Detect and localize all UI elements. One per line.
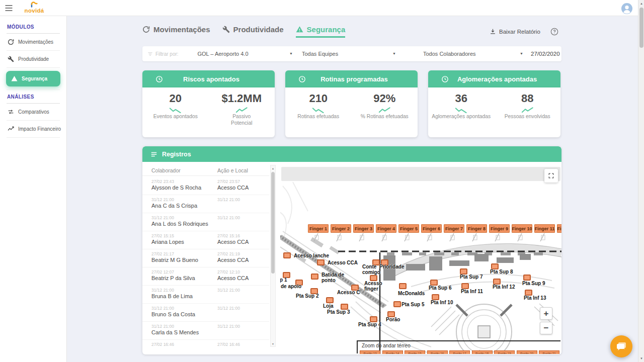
map-marker-label: Conte comigo: [362, 264, 380, 276]
map-marker-label: Pta Sup 4: [358, 322, 381, 328]
map-marker-mcdonalds[interactable]: [399, 283, 407, 289]
site-select-caret-icon[interactable]: ▼: [289, 52, 293, 55]
stat-card-body: 36Aglomerações apontadas88Pessoas envolv…: [428, 87, 560, 137]
map-finger-finger-9[interactable]: Finger 9: [489, 224, 510, 233]
map-marker-label: Pta Inf 11: [461, 289, 483, 295]
map-finger-finger-11[interactable]: Finger 11: [534, 224, 555, 233]
registros-row[interactable]: 27/02 15:15Ariana Lopes27/02 15:16Acesso…: [142, 231, 269, 249]
airport-map[interactable]: Finger 1Finger 2Finger 3Finger 4Finger 5…: [280, 166, 561, 354]
map-marker-acesso-cca[interactable]: [317, 259, 325, 265]
scrollbar-thumb[interactable]: [271, 172, 275, 274]
row-colaborador: Beatriz M G Bueno: [151, 257, 198, 263]
logo-text: novidá: [25, 8, 44, 15]
registros-row[interactable]: 27/02 16:4627/02 16:46: [142, 340, 269, 354]
stat-card-title: Aglomerações apontadas: [449, 75, 560, 83]
row-colaborador: Carla da S Mendes: [151, 329, 199, 335]
fullscreen-button[interactable]: [544, 169, 558, 183]
chat-widget-button[interactable]: [610, 335, 632, 357]
registros-table: Colaborador Ação e Local 27/02 23:43Alys…: [142, 162, 280, 354]
registros-panel: Registros Colaborador Ação e Local 27/02…: [142, 146, 561, 354]
map-finger-finger-10[interactable]: Finger 10: [512, 224, 532, 233]
map-marker-loja[interactable]: [326, 297, 334, 303]
sidebar-item-movimentacoes[interactable]: Movimentações: [0, 34, 66, 50]
registros-row[interactable]: 31/12 21:00Bruna B de Lima31/12 21:00: [142, 286, 269, 304]
map-zoom-in-button[interactable]: +: [540, 307, 552, 320]
map-marker-pta-sup-5[interactable]: [393, 301, 401, 307]
scrollbar-thumb[interactable]: [639, 8, 643, 48]
team-select-caret-icon[interactable]: ▼: [392, 52, 396, 55]
registros-row[interactable]: 31/12 21:00Bruno S da Costa31/12 21:00: [142, 304, 269, 322]
sidebar-item-label: Movimentações: [18, 39, 53, 45]
collaborator-select[interactable]: Todos Colaboradores: [423, 51, 476, 57]
site-select[interactable]: GOL – Aeroporto 4.0: [173, 51, 273, 57]
user-avatar-icon[interactable]: [621, 3, 632, 14]
scroll-up-icon[interactable]: ▲: [638, 1, 644, 7]
stat-card-body: 20Eventos apontados$1.2MMPassivo Potenci…: [142, 87, 275, 137]
sidebar-item-label: Produtividade: [18, 56, 49, 62]
app-root: novidá MÓDULOSMovimentaçõesProdutividade…: [0, 0, 644, 362]
trend-up-icon: [378, 106, 391, 112]
registros-row[interactable]: 31/12 21:00Ana C da S Crispa31/12 21:00: [142, 195, 269, 213]
divider: [7, 137, 60, 138]
page-scrollbar[interactable]: ▲ ▼: [638, 0, 644, 362]
scroll-up-icon[interactable]: ▲: [271, 165, 275, 171]
sidebar-item-label: Impacto Financeiro: [18, 126, 61, 132]
row-acao-local: Acesso CCA: [217, 275, 249, 281]
map-marker-label: Acesso CCA: [328, 260, 358, 266]
map-finger-finger-8[interactable]: Finger 8: [466, 224, 487, 233]
map-finger-finger-7[interactable]: Finger 7: [444, 224, 464, 233]
row-colaborador: Alysson de S Rocha: [151, 185, 201, 191]
refresh-icon: [142, 26, 150, 33]
date-field[interactable]: 27/02/2020: [531, 51, 560, 57]
tab-produtividade[interactable]: Produtividade: [222, 25, 284, 38]
registros-row[interactable]: 31/12 21:00Ana L dos S Rodriques31/12 21…: [142, 213, 269, 231]
map-marker-pta-sup-9[interactable]: [523, 275, 531, 281]
download-report-button[interactable]: Baixar Relatório: [490, 28, 540, 35]
map-marker-batida-de-ponto[interactable]: [311, 274, 318, 280]
sidebar-item-seguranca[interactable]: Segurança: [6, 71, 60, 86]
row-timestamp: 31/12 21:00: [217, 215, 240, 220]
hamburger-menu-icon[interactable]: [5, 5, 13, 12]
registros-row[interactable]: 27/02 12:07Beatriz P da Silva27/02 12:10…: [142, 267, 269, 286]
sidebar-section-label: MÓDULOS: [7, 24, 66, 30]
row-timestamp: 31/12 21:00: [217, 306, 240, 311]
map-finger-finger-3[interactable]: Finger 3: [353, 224, 374, 233]
collaborator-select-caret-icon[interactable]: ▼: [520, 52, 523, 55]
map-marker-label: Loja: [323, 304, 334, 309]
table-scrollbar[interactable]: ▲ ▼: [270, 165, 276, 347]
registros-row[interactable]: 27/02 21:17Beatriz M G Bueno27/02 21:19A…: [142, 249, 269, 267]
map-finger-finger-12[interactable]: Finger 12: [557, 224, 561, 233]
sidebar-item-comparativos[interactable]: Comparativos: [0, 104, 66, 120]
row-timestamp: 27/02 12:10: [217, 269, 240, 275]
sidebar-item-impacto-financeiro[interactable]: Impacto Financeiro: [0, 121, 66, 137]
map-finger-finger-4[interactable]: Finger 4: [376, 224, 396, 233]
zoom-area-box: Zoom do andar térreo: [357, 340, 560, 353]
registros-row[interactable]: 31/12 21:00Carla da S Mendes31/12 21:00: [142, 322, 269, 340]
map-zoom-out-button[interactable]: −: [540, 322, 552, 334]
map-marker-acesso-lanche[interactable]: [283, 252, 291, 258]
tab-seguranca[interactable]: Segurança: [296, 25, 346, 38]
map-finger-finger-2[interactable]: Finger 2: [331, 224, 351, 233]
logo: novidá: [21, 1, 47, 15]
stat-label: Rotinas efetuadas: [297, 114, 339, 120]
filter-icon: [147, 51, 153, 57]
help-icon[interactable]: [550, 28, 558, 36]
tab-movimentacoes[interactable]: Movimentações: [142, 25, 210, 38]
map-marker-label: McDonalds: [398, 291, 425, 297]
map-gate-portao-22[interactable]: Portão 22: [561, 350, 562, 354]
wrench-icon: [8, 56, 14, 62]
scroll-down-icon[interactable]: ▼: [271, 341, 275, 346]
row-timestamp: 31/12 21:00: [151, 306, 174, 311]
sidebar-item-produtividade[interactable]: Produtividade: [0, 51, 66, 67]
trend-down-icon: [312, 106, 325, 112]
registros-row[interactable]: 27/02 23:43Alysson de S Rocha27/02 23:57…: [142, 177, 269, 195]
stat-pessoas-envolvidas: 88Pessoas envolvidas: [495, 92, 561, 137]
scroll-down-icon[interactable]: ▼: [638, 355, 644, 361]
team-select[interactable]: Todas Equipes: [302, 51, 338, 57]
map-finger-finger-1[interactable]: Finger 1: [308, 224, 329, 233]
stat-value: 88: [521, 92, 533, 105]
map-finger-finger-5[interactable]: Finger 5: [398, 224, 419, 233]
trend-up-icon: [235, 106, 248, 112]
map-marker-label: Pta Sup 6: [429, 286, 452, 291]
map-finger-finger-6[interactable]: Finger 6: [421, 224, 442, 233]
